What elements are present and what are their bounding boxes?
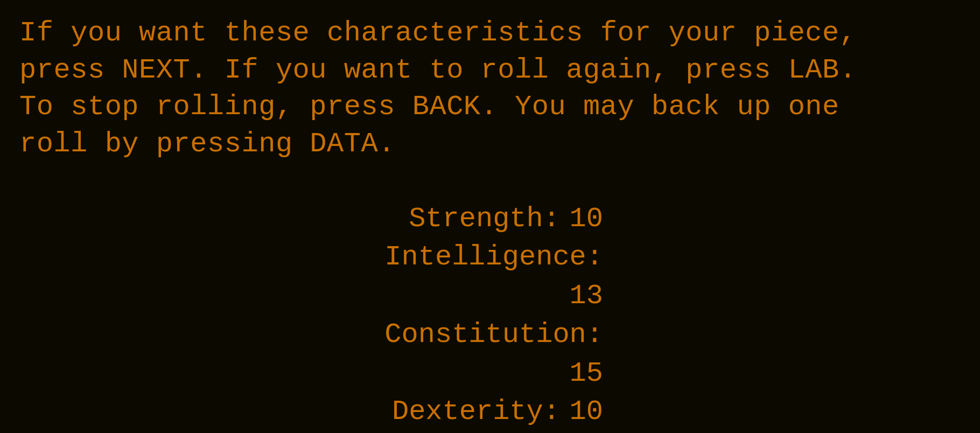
instructions-line3: To stop rolling, press BACK. You may bac… [19, 89, 961, 126]
strength-row: Strength:10 [377, 200, 603, 239]
instructions-line4: roll by pressing DATA. [19, 126, 961, 163]
instructions-line2: press NEXT. If you want to roll again, p… [19, 52, 961, 89]
intelligence-value: 13 [560, 277, 603, 316]
stats-section: Strength:10 Intelligence:13 Constitution… [19, 200, 961, 434]
dexterity-label: Dexterity: [392, 393, 560, 431]
constitution-label: Constitution: [384, 316, 603, 354]
instructions-text: If you want these characteristics for yo… [19, 15, 961, 163]
instructions-line1: If you want these characteristics for yo… [19, 15, 961, 52]
dexterity-row: Dexterity:10 [377, 393, 603, 431]
strength-label: Strength: [409, 200, 560, 239]
intelligence-label: Intelligence: [384, 238, 603, 277]
constitution-value: 15 [560, 354, 603, 393]
dexterity-value: 10 [560, 393, 603, 431]
constitution-row: Constitution:15 [377, 316, 603, 393]
intelligence-row: Intelligence:13 [377, 238, 603, 316]
strength-value: 10 [560, 200, 603, 239]
game-screen: If you want these characteristics for yo… [0, 0, 980, 433]
